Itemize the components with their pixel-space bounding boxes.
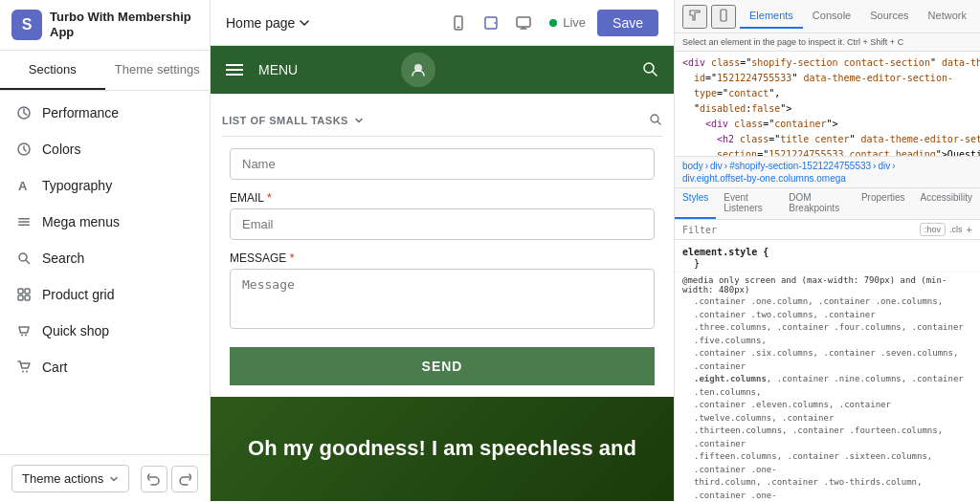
breadcrumb-shopify-section[interactable]: #shopify-section-1521224755533 <box>729 161 871 171</box>
filter-cls-button[interactable]: .cls <box>949 225 963 234</box>
svg-rect-20 <box>517 17 530 27</box>
styles-tab-styles[interactable]: Styles <box>675 188 716 219</box>
sidebar-item-product-grid[interactable]: Product grid <box>0 276 210 313</box>
filter-add-button[interactable]: + <box>967 224 972 235</box>
breadcrumb-body[interactable]: body <box>682 161 703 171</box>
html-line-3: type="contact", <box>675 86 980 101</box>
hamburger-icon[interactable] <box>226 64 243 76</box>
nav-menu: MENU <box>226 62 298 77</box>
filter-hov-button[interactable]: :hov <box>920 223 946 236</box>
devtools-tab-sources[interactable]: Sources <box>860 4 918 29</box>
svg-rect-11 <box>25 295 30 300</box>
styles-tab-dom-breakpoints[interactable]: DOM Breakpoints <box>781 188 854 219</box>
theme-actions-button[interactable]: Theme actions <box>11 465 129 492</box>
sidebar-items-list: Performance Colors A Typography Mega men… <box>0 91 210 454</box>
styles-tab-event-listeners[interactable]: Event Listeners <box>716 188 781 219</box>
chevron-down-icon <box>109 474 119 484</box>
tab-sections[interactable]: Sections <box>0 51 105 90</box>
message-field-group: MESSAGE * <box>230 251 655 332</box>
desktop-view-button[interactable] <box>509 9 538 37</box>
product-grid-icon <box>15 286 33 303</box>
message-input[interactable] <box>230 269 655 329</box>
styles-filter: :hov .cls + <box>675 220 980 240</box>
svg-line-25 <box>653 72 657 76</box>
mobile-inspect-button[interactable] <box>711 5 736 29</box>
sidebar-item-colors[interactable]: Colors <box>0 131 210 167</box>
tablet-view-button[interactable] <box>477 9 505 37</box>
devtools-tab-network[interactable]: Network <box>919 4 976 29</box>
style-body-element: } <box>682 258 972 269</box>
chevron-down-icon <box>299 17 310 29</box>
styles-filter-input[interactable] <box>682 225 916 235</box>
style-selector-columns: .container .one.column, .container .one.… <box>694 295 972 502</box>
tab-theme-settings[interactable]: Theme settings <box>105 51 211 90</box>
sidebar-item-performance[interactable]: Performance <box>0 95 210 131</box>
sidebar-item-typography-label: Typography <box>42 178 194 193</box>
sidebar-header: S Turbo With Membership App <box>0 0 210 51</box>
more-tabs-button[interactable]: » <box>976 4 980 29</box>
sidebar: S Turbo With Membership App Sections The… <box>0 0 211 502</box>
page-selector[interactable]: Home page <box>226 15 310 31</box>
mega-menus-icon <box>15 213 33 230</box>
sidebar-item-mega-menus-label: Mega menus <box>42 214 194 229</box>
sidebar-footer: Theme actions <box>0 454 210 502</box>
breadcrumb-div[interactable]: div <box>710 161 723 171</box>
save-button[interactable]: Save <box>597 10 658 36</box>
section-header: LIST OF SMALL TASKS <box>222 105 662 137</box>
store-logo-icon <box>401 53 435 87</box>
sidebar-item-search-label: Search <box>42 251 194 266</box>
svg-point-12 <box>21 335 23 337</box>
message-label: MESSAGE * <box>230 251 655 265</box>
sidebar-item-cart-label: Cart <box>42 360 194 375</box>
svg-rect-8 <box>18 289 23 294</box>
devtools-main-tabs: Elements Console Sources Network » <box>740 4 980 29</box>
sidebar-item-quick-shop[interactable]: Quick shop <box>0 313 210 349</box>
style-rule-media-1: @media only screen and (max-width: 790px… <box>675 273 980 502</box>
styles-tab-accessibility[interactable]: Accessibility <box>913 188 980 219</box>
svg-point-13 <box>25 335 27 337</box>
sidebar-item-typography[interactable]: A Typography <box>0 167 210 204</box>
required-indicator: * <box>267 191 272 205</box>
section-header-area: LIST OF SMALL TASKS EMAIL * <box>211 94 674 397</box>
top-bar: Home page Live Save <box>211 0 674 46</box>
required-indicator-msg: * <box>290 251 295 265</box>
svg-point-15 <box>26 371 28 373</box>
preview-content: MENU LIST OF SMALL TASKS <box>211 46 674 502</box>
sidebar-item-cart[interactable]: Cart <box>0 349 210 385</box>
breadcrumb-div2[interactable]: div <box>878 161 890 171</box>
inspect-hint-text: Select an element in the page to inspect… <box>682 37 903 47</box>
svg-rect-5 <box>18 225 30 227</box>
mobile-view-button[interactable] <box>444 9 473 37</box>
sidebar-item-mega-menus[interactable]: Mega menus <box>0 204 210 240</box>
styles-tab-properties[interactable]: Properties <box>854 188 913 219</box>
devtools-tab-console[interactable]: Console <box>803 4 860 29</box>
send-button[interactable]: SEND <box>230 347 655 385</box>
style-body-media-1: .container .one.column, .container .one.… <box>682 295 972 502</box>
section-search-icon[interactable] <box>649 113 662 128</box>
svg-rect-4 <box>18 221 30 223</box>
svg-rect-28 <box>721 10 726 21</box>
devtools-tab-elements[interactable]: Elements <box>740 4 803 29</box>
html-line-5: <div class="container"> <box>675 117 980 132</box>
name-input[interactable] <box>230 148 655 180</box>
theme-actions-label: Theme actions <box>22 471 103 486</box>
style-media-query-1: @media only screen and (max-width: 790px… <box>682 275 972 295</box>
breadcrumb-eight-columns[interactable]: div.eight.offset-by-one.columns.omega <box>682 173 846 184</box>
section-header-label: LIST OF SMALL TASKS <box>222 115 348 126</box>
inspect-element-button[interactable] <box>682 5 707 29</box>
menu-label: MENU <box>258 62 298 77</box>
cart-icon <box>15 359 33 376</box>
undo-redo-group <box>141 466 198 492</box>
store-search-icon[interactable] <box>641 60 658 80</box>
undo-button[interactable] <box>141 466 167 492</box>
section-chevron-icon <box>354 116 364 125</box>
sidebar-item-search[interactable]: Search <box>0 240 210 276</box>
sidebar-item-performance-label: Performance <box>42 105 194 120</box>
redo-button[interactable] <box>171 466 198 492</box>
live-indicator: Live <box>549 15 586 30</box>
svg-rect-9 <box>25 289 30 294</box>
html-line-1: <div class="shopify-section contact-sect… <box>675 55 980 71</box>
email-input[interactable] <box>230 208 655 240</box>
style-rule-element: element.style { } <box>675 244 980 273</box>
app-title: Turbo With Membership App <box>50 10 198 39</box>
